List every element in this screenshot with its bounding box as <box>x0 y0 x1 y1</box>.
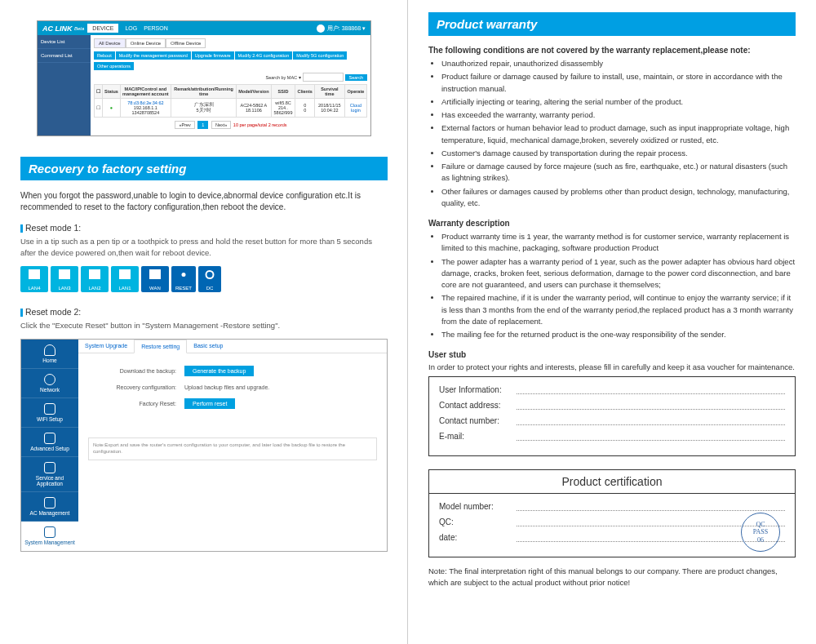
cell-val: 13428708524 <box>122 110 169 115</box>
sidebar: Device List Command List <box>38 35 91 135</box>
row-status: ● <box>103 99 121 118</box>
tab-basic-setup[interactable]: Basic setup <box>187 340 229 353</box>
btn-modify-5g[interactable]: Modify 5G configuration <box>293 51 347 60</box>
tab-offline-device[interactable]: Offline Device <box>166 38 206 48</box>
cert-title: Product certification <box>429 470 795 494</box>
search-button[interactable]: Search <box>345 74 367 81</box>
stub-line[interactable] <box>517 401 785 410</box>
btn-modify-password[interactable]: Modify the management password <box>116 51 191 60</box>
stamp-line: 06 <box>757 536 764 544</box>
list-item: Unauthorized repair, unauthorized disass… <box>441 58 796 69</box>
list-item: The mailing fee for the returned product… <box>441 329 796 340</box>
port-wan: WAN <box>141 266 169 292</box>
row-check[interactable]: ☐ <box>95 99 103 118</box>
search-mode[interactable]: Search by MAC ▾ <box>266 75 301 80</box>
stamp-line: QC <box>756 521 765 529</box>
port-label: WAN <box>141 286 169 291</box>
cell-val: 5862/999 <box>273 110 294 115</box>
port-label: DC <box>198 286 221 291</box>
top-tab-log[interactable]: LOG <box>125 25 137 31</box>
nav-label: Home <box>42 358 56 363</box>
row-remark: 广东深圳 5天7时 <box>171 99 236 118</box>
nav-label: Network <box>40 387 60 393</box>
cell-val: 广东深圳 <box>173 102 234 108</box>
row-model: AC24-5862 A 18.1106 <box>237 99 271 118</box>
nav-system[interactable]: System Management <box>21 522 78 551</box>
sidebar-item-command-list[interactable]: Command List <box>38 49 91 63</box>
list-item: Artificially injecting or tearing, alter… <box>441 96 796 108</box>
row-operate[interactable]: Cloud login <box>344 99 366 118</box>
tab-restore-setting[interactable]: Restore setting <box>134 340 187 353</box>
list-item: The repaired machine, if it is under the… <box>441 292 796 327</box>
nav-wifi[interactable]: WiFi Setup <box>21 398 78 428</box>
col-operate: Operate <box>344 85 366 99</box>
product-cert-box: Product certification Model number: QC: … <box>428 469 796 557</box>
page-prev[interactable]: «Prev <box>175 121 194 129</box>
heading-text: Reset mode 2: <box>25 307 81 317</box>
nav-label: System Management <box>24 540 74 545</box>
nav-home[interactable]: Home <box>21 340 78 369</box>
btn-other-ops[interactable]: Other operations <box>94 62 134 70</box>
bar-icon <box>20 224 23 233</box>
tab-system-upgrade[interactable]: System Upgrade <box>78 340 134 353</box>
list-item: Product warranty time is 1 year, the war… <box>441 231 796 255</box>
col-mac: MAC/IP/Control and management account <box>120 85 171 99</box>
row-mac[interactable]: 78:d3:8d:2e:34:62 192.168.1.1 1342870852… <box>120 99 171 118</box>
btn-reboot[interactable]: Reboot <box>94 51 115 60</box>
nav-advanced[interactable]: Advanced Setup <box>21 428 78 457</box>
restore-screenshot: Home Network WiFi Setup Advanced Setup S… <box>20 339 388 552</box>
stub-label: E-mail: <box>439 432 517 441</box>
port-label: LAN3 <box>51 286 78 291</box>
top-tab-person[interactable]: PERSON <box>144 25 168 31</box>
label-recovery-config: Recovery configuration: <box>95 384 184 390</box>
home-icon <box>44 344 55 356</box>
page-info: 10 per page/total 2 records <box>233 122 287 127</box>
label-factory-reset: Factory Reset: <box>95 401 184 406</box>
page-next[interactable]: Next» <box>211 121 231 129</box>
stamp-line: PASS <box>753 528 768 536</box>
list-item: Other failures or damages caused by prob… <box>441 186 796 210</box>
nav-label: AC Management <box>30 510 70 516</box>
not-covered-list: Unauthorized repair, unauthorized disass… <box>428 58 796 209</box>
cert-label: QC: <box>439 517 517 526</box>
port-lan4: LAN4 <box>20 266 48 292</box>
nav-label: WiFi Setup <box>37 416 63 422</box>
btn-modify-2g[interactable]: Modify 2.4G configuration <box>235 51 293 60</box>
sidebar-item-device-list[interactable]: Device List <box>38 35 91 49</box>
reset-mode-2-desc: Click the "Execute Reset" button in "Sys… <box>20 320 388 331</box>
list-item: External factors or human behavior lead … <box>441 122 796 146</box>
port-lan1: LAN1 <box>111 266 139 292</box>
stub-line[interactable] <box>517 416 785 425</box>
top-tab-device[interactable]: DEVICE <box>87 24 118 33</box>
label-download-backup: Download the backup: <box>95 368 184 374</box>
stub-line[interactable] <box>517 385 785 394</box>
nav-service[interactable]: Service and Application <box>21 457 78 492</box>
col-clients: Clients <box>295 85 314 99</box>
user-stub-desc: In order to protect your rights and inte… <box>428 362 796 371</box>
search-input[interactable] <box>303 73 344 82</box>
nav-network[interactable]: Network <box>21 369 78 398</box>
tab-online-device[interactable]: Online Device <box>126 38 166 48</box>
nav-ac[interactable]: AC Management <box>21 492 78 522</box>
cert-label: Model number: <box>439 502 517 511</box>
col-check[interactable]: ☐ <box>95 85 103 99</box>
port-dc: DC <box>198 266 221 292</box>
stub-label: Contact address: <box>439 401 517 410</box>
btn-generate-backup[interactable]: Generate the backup <box>184 366 254 376</box>
tab-all-device[interactable]: All Device <box>94 38 126 48</box>
user-menu[interactable]: 用户: 388868 ▾ <box>317 24 366 33</box>
cert-line[interactable] <box>517 502 785 511</box>
cell-val: 0 <box>297 108 312 113</box>
stub-line[interactable] <box>517 432 785 441</box>
btn-perform-reset[interactable]: Perform reset <box>184 398 235 409</box>
row-ssid: wifi5.8C 214.. 5862/999 <box>271 99 295 118</box>
user-label: 用户: 388868 ▾ <box>327 24 366 33</box>
qc-pass-stamp: QC PASS 06 <box>741 513 780 552</box>
wifi-icon <box>44 403 55 415</box>
user-stub-box: User Information: Contact address: Conta… <box>428 376 796 456</box>
apps-icon <box>44 462 55 473</box>
page-current[interactable]: 1 <box>197 121 208 129</box>
col-ssid: SSID <box>271 85 295 99</box>
btn-upgrade[interactable]: Upgrade firmware <box>192 51 234 60</box>
stub-label: User Information: <box>439 385 517 394</box>
